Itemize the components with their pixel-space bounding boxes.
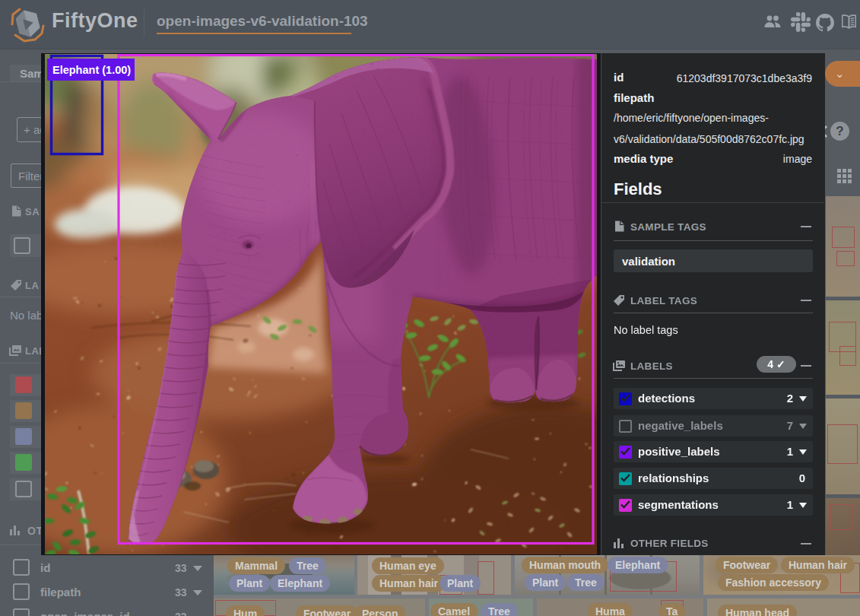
svg-text:Elephant (1.00): Elephant (1.00) [52,64,131,76]
